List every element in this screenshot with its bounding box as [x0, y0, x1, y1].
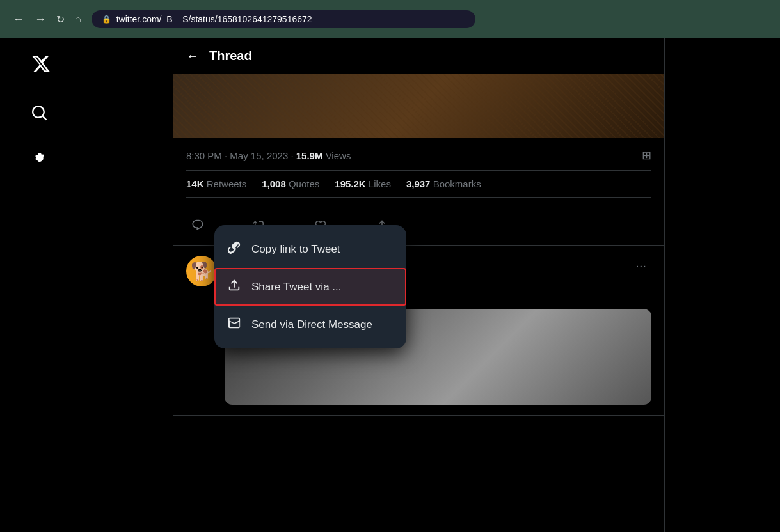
- tweet-metadata: 8:30 PM · May 15, 2023 · 15.9M Views ⊞ 1…: [173, 138, 664, 208]
- avatar: 🐕: [186, 256, 217, 286]
- share-tweet-icon: [227, 278, 241, 295]
- share-container: Copy link to Tweet Share Tweet via ...: [370, 219, 394, 235]
- nav-buttons: ← → ↻ ⌂: [10, 10, 84, 29]
- more-options-button[interactable]: ···: [630, 256, 651, 276]
- sidebar: [0, 38, 173, 532]
- send-dm-icon: [227, 316, 241, 333]
- forward-button[interactable]: →: [32, 10, 49, 29]
- stat-bookmarks: 3,937 Bookmarks: [406, 178, 481, 189]
- avatar-image: 🐕: [191, 261, 213, 282]
- send-dm-label: Send via Direct Message: [251, 318, 372, 331]
- reply-icon[interactable]: [186, 214, 209, 240]
- thread-title: Thread: [209, 49, 252, 63]
- stat-retweets: 14K Retweets: [186, 178, 246, 189]
- stat-quotes: 1,008 Quotes: [262, 178, 319, 189]
- stats-row: 14K Retweets 1,008 Quotes 195.2K Likes 3…: [186, 170, 651, 198]
- main-content: ← Thread 8:30 PM · May 15, 2023 · 15.9M …: [173, 38, 665, 532]
- stat-likes: 195.2K Likes: [335, 178, 391, 189]
- views-icon: ⊞: [642, 148, 651, 162]
- share-tweet-label: Share Tweet via ...: [251, 281, 341, 293]
- copy-link-item[interactable]: Copy link to Tweet: [214, 230, 406, 268]
- thread-header: ← Thread: [173, 38, 664, 74]
- sidebar-item-settings[interactable]: [26, 145, 54, 178]
- time-views-row: 8:30 PM · May 15, 2023 · 15.9M Views ⊞: [186, 148, 651, 162]
- copy-link-icon: [227, 240, 241, 258]
- copy-link-label: Copy link to Tweet: [251, 243, 340, 256]
- url-text: twitter.com/_B__S/status/165810264127951…: [116, 14, 312, 24]
- send-dm-item[interactable]: Send via Direct Message: [214, 306, 406, 343]
- back-button[interactable]: ←: [10, 10, 27, 29]
- home-button[interactable]: ⌂: [72, 11, 84, 27]
- twitter-logo[interactable]: [26, 49, 56, 84]
- address-bar[interactable]: 🔒 twitter.com/_B__S/status/1658102641279…: [92, 10, 475, 28]
- share-tweet-item[interactable]: Share Tweet via ...: [214, 268, 406, 306]
- app-container: ← Thread 8:30 PM · May 15, 2023 · 15.9M …: [0, 38, 780, 532]
- browser-chrome: ← → ↻ ⌂ 🔒 twitter.com/_B__S/status/16581…: [0, 0, 780, 38]
- tweet-time: 8:30 PM · May 15, 2023 · 15.9M Views: [186, 150, 351, 161]
- sidebar-item-explore[interactable]: [26, 99, 54, 130]
- reload-button[interactable]: ↻: [54, 11, 67, 28]
- action-bar: Copy link to Tweet Share Tweet via ...: [173, 208, 664, 246]
- share-dropdown: Copy link to Tweet Share Tweet via ...: [214, 225, 406, 348]
- back-arrow[interactable]: ←: [186, 49, 199, 63]
- right-panel: [665, 38, 780, 532]
- lock-icon: 🔒: [102, 15, 111, 24]
- tweet-image: [173, 74, 664, 138]
